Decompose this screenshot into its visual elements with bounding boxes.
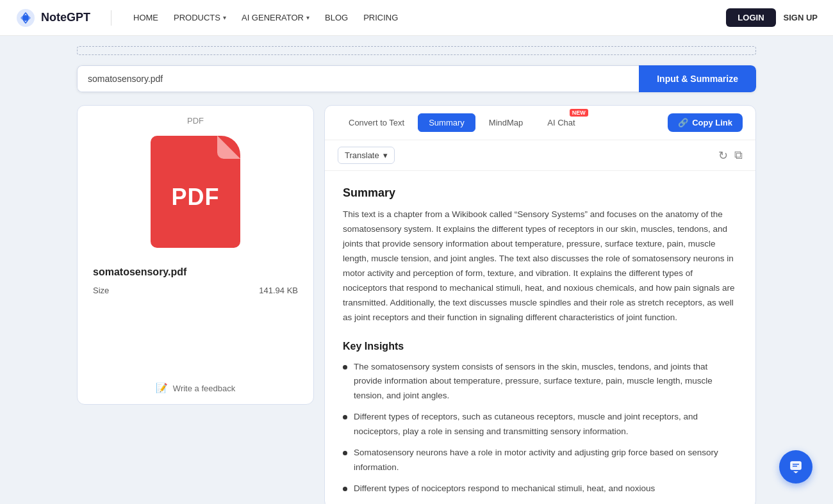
pdf-panel: PDF PDF somatosensory.pdf Size 141.94 KB… xyxy=(77,105,314,405)
navbar-actions: LOGIN SIGN UP xyxy=(726,8,818,27)
nav-home[interactable]: HOME xyxy=(127,9,165,26)
tab-mindmap[interactable]: MindMap xyxy=(478,113,534,132)
bullet-icon xyxy=(343,487,347,491)
pdf-size-value: 141.94 KB xyxy=(259,286,298,295)
nav-pricing[interactable]: PRICING xyxy=(357,9,404,26)
translate-dropdown[interactable]: Translate ▾ xyxy=(338,147,395,164)
logo[interactable]: NoteGPT xyxy=(15,8,90,28)
summarize-button[interactable]: Input & Summarize xyxy=(639,65,756,92)
refresh-icon[interactable]: ↻ xyxy=(718,149,728,163)
pdf-icon-body: PDF xyxy=(151,136,240,248)
nav-blog[interactable]: BLOG xyxy=(318,9,354,26)
chat-icon xyxy=(788,459,804,475)
copy-link-button[interactable]: 🔗 Copy Link xyxy=(668,113,743,132)
list-item: The somatosensory system consists of sen… xyxy=(343,360,738,404)
feedback-label: Write a feedback xyxy=(173,384,235,393)
page-content: Input & Summarize PDF PDF somatosensory.… xyxy=(0,36,833,504)
translate-label: Translate xyxy=(345,150,379,160)
new-badge: NEW xyxy=(570,109,588,117)
chevron-down-icon: ▾ xyxy=(306,14,309,21)
summary-heading: Summary xyxy=(343,186,738,200)
tab-ai-chat[interactable]: AI Chat NEW xyxy=(536,113,586,132)
pdf-meta: Size 141.94 KB xyxy=(88,286,303,295)
nav-products[interactable]: PRODUCTS ▾ xyxy=(167,9,233,26)
summary-body: This text is a chapter from a Wikibook c… xyxy=(343,207,738,325)
feedback-icon: 📝 xyxy=(156,382,168,394)
chevron-down-icon: ▾ xyxy=(223,14,226,21)
chat-fab-button[interactable] xyxy=(779,450,812,484)
link-icon: 🔗 xyxy=(678,118,688,127)
tab-summary[interactable]: Summary xyxy=(418,113,475,132)
panel-label: PDF xyxy=(187,116,204,126)
insights-list: The somatosensory system consists of sen… xyxy=(343,360,738,497)
tab-convert-to-text[interactable]: Convert to Text xyxy=(338,113,415,132)
list-item: Somatosensory neurons have a role in mot… xyxy=(343,446,738,475)
logo-text: NoteGPT xyxy=(41,11,90,24)
panel-toolbar: Translate ▾ ↻ ⧉ xyxy=(325,140,755,171)
nav-items: HOME PRODUCTS ▾ AI GENERATOR ▾ BLOG PRIC… xyxy=(127,9,711,26)
search-input[interactable] xyxy=(77,65,639,92)
search-bar: Input & Summarize xyxy=(77,65,756,92)
list-item: Different types of nociceptors respond t… xyxy=(343,482,738,496)
panel-header: Convert to Text Summary MindMap AI Chat … xyxy=(325,106,755,140)
logo-icon xyxy=(15,8,36,28)
login-button[interactable]: LOGIN xyxy=(726,8,775,27)
chevron-down-icon: ▾ xyxy=(383,150,388,160)
pdf-icon-fold xyxy=(217,136,240,159)
nav-divider xyxy=(111,10,111,26)
nav-ai-generator[interactable]: AI GENERATOR ▾ xyxy=(235,9,316,26)
main-content: PDF PDF somatosensory.pdf Size 141.94 KB… xyxy=(77,105,756,504)
pdf-icon: PDF xyxy=(144,136,247,251)
pdf-filename: somatosensory.pdf xyxy=(88,266,192,278)
feedback-link[interactable]: 📝 Write a feedback xyxy=(156,305,235,394)
navbar: NoteGPT HOME PRODUCTS ▾ AI GENERATOR ▾ B… xyxy=(0,0,833,36)
content-area[interactable]: Summary This text is a chapter from a Wi… xyxy=(325,171,755,504)
bullet-icon xyxy=(343,415,347,419)
bullet-icon xyxy=(343,365,347,370)
pdf-size-label: Size xyxy=(93,286,109,295)
key-insights-heading: Key Insights xyxy=(343,341,738,352)
summary-panel: Convert to Text Summary MindMap AI Chat … xyxy=(324,105,756,504)
bullet-icon xyxy=(343,451,347,455)
copy-icon[interactable]: ⧉ xyxy=(734,149,743,162)
dashed-border-decoration xyxy=(77,46,756,55)
pdf-icon-text: PDF xyxy=(172,184,220,211)
list-item: Different types of receptors, such as cu… xyxy=(343,410,738,439)
signup-button[interactable]: SIGN UP xyxy=(784,13,818,22)
tabs: Convert to Text Summary MindMap AI Chat … xyxy=(338,113,586,132)
toolbar-icons: ↻ ⧉ xyxy=(718,149,743,163)
